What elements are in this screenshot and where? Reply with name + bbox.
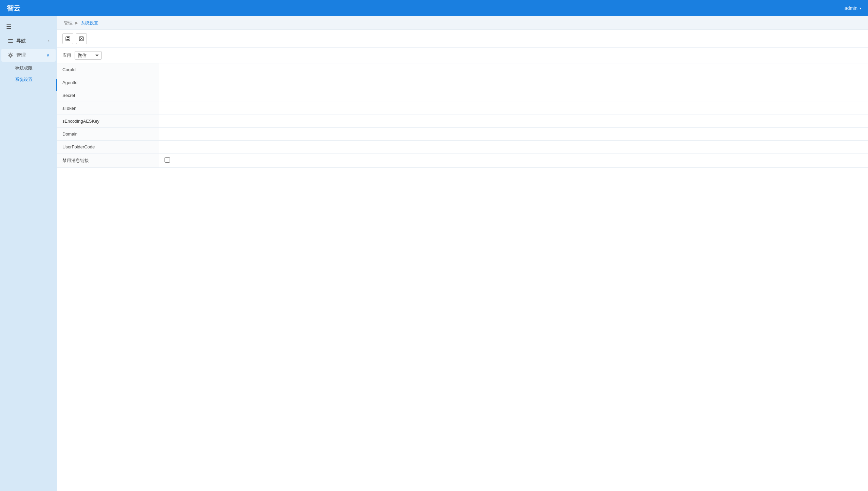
app-selector-label: 应用 [62, 53, 71, 59]
field-value-userfoldercode[interactable] [159, 141, 868, 154]
nav-permissions-label: 导航权限 [15, 65, 33, 70]
svg-rect-0 [8, 39, 13, 40]
app-select[interactable]: 微信 钉钉 [75, 51, 102, 60]
field-value-secret[interactable] [159, 89, 868, 102]
checkbox-disable-message-link[interactable] [165, 157, 170, 163]
username: admin [845, 5, 857, 11]
field-label-agentid: AgentId [57, 76, 159, 89]
field-value-agentid[interactable] [159, 76, 868, 89]
field-label-secret: Secret [57, 89, 159, 102]
management-expand-icon: ∨ [46, 53, 50, 58]
sidebar-management-label: 管理 [16, 52, 26, 58]
svg-rect-6 [66, 39, 69, 40]
form-table: CorpId AgentId Secret [57, 63, 868, 168]
field-label-sencodingaeskey: sEncodingAESKey [57, 115, 159, 128]
sidebar-subitem-system-settings[interactable]: 系统设置 [0, 74, 57, 85]
field-label-stoken: sToken [57, 102, 159, 115]
svg-rect-2 [8, 42, 13, 43]
breadcrumb-current: 系统设置 [81, 20, 98, 26]
reset-button[interactable] [76, 33, 87, 44]
save-button[interactable] [62, 33, 73, 44]
breadcrumb-parent: 管理 [64, 20, 73, 26]
save-icon [65, 36, 71, 41]
table-row: 禁用消息链接 [57, 154, 868, 168]
table-row: UserFolderCode [57, 141, 868, 154]
app-logo: 智云 [7, 4, 20, 13]
field-label-disable-message-link: 禁用消息链接 [57, 154, 159, 168]
content-area: 管理 ▶ 系统设置 [57, 16, 868, 491]
navigation-expand-icon: › [48, 39, 50, 43]
field-value-sencodingaeskey[interactable] [159, 115, 868, 128]
table-row: sToken [57, 102, 868, 115]
field-label-domain: Domain [57, 128, 159, 141]
field-value-stoken[interactable] [159, 102, 868, 115]
table-row: CorpId [57, 63, 868, 76]
app-selector-row: 应用 微信 钉钉 [57, 48, 868, 63]
svg-rect-1 [8, 41, 13, 41]
table-row: Domain [57, 128, 868, 141]
toolbar [57, 30, 868, 48]
sidebar-item-navigation[interactable]: 导航 › [1, 35, 56, 47]
input-secret[interactable] [165, 93, 863, 98]
table-row: sEncodingAESKey [57, 115, 868, 128]
topbar: 智云 admin ▾ [0, 0, 868, 16]
management-icon [7, 52, 14, 58]
sidebar-subitem-nav-permissions[interactable]: 导航权限 [0, 62, 57, 74]
sidebar: ☰ 导航 › [0, 16, 57, 491]
sidebar-item-management[interactable]: 管理 ∨ [1, 49, 56, 62]
navigation-icon [7, 38, 14, 44]
field-value-domain[interactable] [159, 128, 868, 141]
user-dropdown-arrow: ▾ [860, 6, 861, 10]
field-value-corpid[interactable] [159, 63, 868, 76]
breadcrumb: 管理 ▶ 系统设置 [57, 16, 868, 30]
input-stoken[interactable] [165, 106, 863, 111]
input-domain[interactable] [165, 131, 863, 137]
hamburger-icon: ☰ [6, 23, 12, 30]
breadcrumb-separator: ▶ [75, 21, 78, 25]
reset-icon [79, 36, 84, 41]
input-corpid[interactable] [165, 67, 863, 72]
svg-rect-5 [67, 37, 69, 38]
field-label-corpid: CorpId [57, 63, 159, 76]
input-agentid[interactable] [165, 80, 863, 85]
field-label-userfoldercode: UserFolderCode [57, 141, 159, 154]
user-menu[interactable]: admin ▾ [845, 5, 861, 11]
system-settings-label: 系统设置 [15, 77, 33, 82]
main-layout: ☰ 导航 › [0, 16, 868, 491]
active-indicator [56, 79, 57, 91]
sidebar-navigation-label: 导航 [16, 38, 26, 44]
field-value-disable-message-link[interactable] [159, 154, 868, 168]
input-userfoldercode[interactable] [165, 144, 863, 149]
management-submenu: 导航权限 系统设置 [0, 62, 57, 85]
svg-point-3 [9, 54, 12, 56]
input-sencodingaeskey[interactable] [165, 119, 863, 124]
menu-toggle-button[interactable]: ☰ [0, 20, 57, 34]
page-content: 应用 微信 钉钉 CorpId AgentId [57, 30, 868, 491]
table-row: AgentId [57, 76, 868, 89]
table-row: Secret [57, 89, 868, 102]
